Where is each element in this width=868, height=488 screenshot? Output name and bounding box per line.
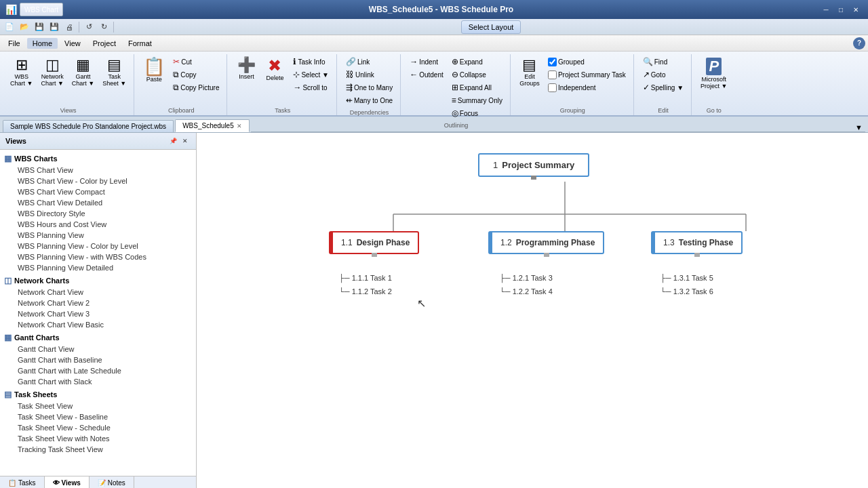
summary-only-ribbon-btn[interactable]: ≡ Summary Only xyxy=(448,94,506,106)
sidebar-item-gantt-baseline[interactable]: Gantt Chart with Baseline xyxy=(0,354,196,365)
independent-checkbox-label[interactable]: Independent xyxy=(545,81,629,94)
indent-ribbon-btn[interactable]: → Indent xyxy=(406,56,447,68)
expand-ribbon-btn[interactable]: ⊕ Expand xyxy=(448,56,506,68)
collapse-ribbon-btn[interactable]: ⊖ Collapse xyxy=(448,68,506,81)
network-chart-ribbon-btn[interactable]: ◫ NetworkChart ▼ xyxy=(37,56,66,89)
sidebar-item-wbs-hours-cost[interactable]: WBS Hours and Cost View xyxy=(0,219,196,230)
focus-ribbon-btn[interactable]: ◎ Focus xyxy=(448,107,506,119)
maximize-button[interactable]: □ xyxy=(834,3,848,16)
sidebar-item-task-sheet-notes[interactable]: Task Sheet View with Notes xyxy=(0,433,196,444)
tab-sample-label: Sample WBS Schedule Pro Standalone Proje… xyxy=(10,123,166,130)
menu-format[interactable]: Format xyxy=(123,38,157,49)
node-project-summary[interactable]: 1 Project Summary xyxy=(478,153,589,177)
wbs-chart-tab[interactable]: WBS Chart xyxy=(20,3,63,16)
menu-home[interactable]: Home xyxy=(27,38,58,49)
node-testing-phase[interactable]: 1.3 Testing Phase xyxy=(651,231,743,254)
sidebar-item-wbs-directory[interactable]: WBS Directory Style xyxy=(0,208,196,219)
independent-checkbox[interactable] xyxy=(548,83,557,92)
prog-num: 1.2 xyxy=(500,238,512,247)
tab-scroll-btn[interactable]: ▼ xyxy=(852,123,865,132)
sidebar-item-task-sheet-view[interactable]: Task Sheet View xyxy=(0,401,196,411)
close-button[interactable]: ✕ xyxy=(849,3,863,16)
insert-ribbon-btn[interactable]: ➕ Insert xyxy=(233,56,260,82)
sidebar-item-wbs-detailed[interactable]: WBS Chart View Detailed xyxy=(0,197,196,208)
toolbar-undo-btn[interactable]: ↺ xyxy=(82,20,96,34)
sidebar-tab-notes[interactable]: 📝 Notes xyxy=(90,476,134,488)
sidebar-item-network-chart-view[interactable]: Network Chart View xyxy=(0,287,196,298)
node-programming-phase[interactable]: 1.2 Programming Phase xyxy=(488,231,604,254)
sidebar-item-task-sheet-schedule[interactable]: Task Sheet View - Schedule xyxy=(0,422,196,433)
toolbar-save2-btn[interactable]: 💾 xyxy=(47,20,61,34)
toolbar-open-btn[interactable]: 📂 xyxy=(18,20,31,34)
project-summary-task-checkbox-label[interactable]: Project Summary Task xyxy=(545,68,629,81)
minimize-button[interactable]: ─ xyxy=(819,3,833,16)
sidebar-tab-tasks[interactable]: 📋 Tasks xyxy=(0,476,45,488)
edit-groups-ribbon-btn[interactable]: ▤ EditGroups xyxy=(516,56,543,89)
delete-ribbon-btn[interactable]: ✖ Delete xyxy=(261,56,288,83)
sidebar-item-wbs-planning-detailed[interactable]: WBS Planning View Detailed xyxy=(0,262,196,273)
scroll-to-ribbon-btn[interactable]: → Scroll to xyxy=(290,81,332,94)
notes-tab-icon: 📝 xyxy=(98,479,106,487)
task-info-ribbon-btn[interactable]: ℹ Task Info xyxy=(290,56,332,68)
toolbar-save1-btn[interactable]: 💾 xyxy=(33,20,46,34)
sidebar-item-wbs-compact[interactable]: WBS Chart View Compact xyxy=(0,186,196,197)
sidebar: Views 📌 ✕ ▦ WBS Charts WBS Chart View WB… xyxy=(0,133,197,488)
sidebar-item-wbs-planning[interactable]: WBS Planning View xyxy=(0,230,196,241)
unlink-ribbon-btn[interactable]: ⛓ Unlink xyxy=(342,68,396,81)
many-to-one-ribbon-btn[interactable]: ⇷ Many to One xyxy=(342,94,396,106)
sidebar-item-tracking-task-sheet[interactable]: Tracking Task Sheet View xyxy=(0,444,196,455)
grouped-checkbox[interactable] xyxy=(548,58,557,66)
tree-group-gantt-charts-header[interactable]: ▦ Gantt Charts xyxy=(0,331,196,344)
ms-project-ribbon-btn[interactable]: P MicrosoftProject ▼ xyxy=(697,56,730,92)
sidebar-item-wbs-planning-color[interactable]: WBS Planning View - Color by Level xyxy=(0,241,196,251)
tree-group-task-sheets-header[interactable]: ▤ Task Sheets xyxy=(0,388,196,401)
sidebar-close-btn[interactable]: ✕ xyxy=(180,136,191,146)
tree-group-network-charts-header[interactable]: ◫ Network Charts xyxy=(0,274,196,287)
views-tab-icon: 👁 xyxy=(53,479,60,487)
task-sheet-ribbon-btn[interactable]: ▤ TaskSheet ▼ xyxy=(99,56,130,89)
copy-ribbon-btn[interactable]: ⧉ Copy xyxy=(170,68,222,81)
select-ribbon-btn[interactable]: ⊹ Select ▼ xyxy=(290,68,332,81)
find-ribbon-btn[interactable]: 🔍 Find xyxy=(639,56,687,68)
toolbar-print-btn[interactable]: 🖨 xyxy=(62,20,76,34)
sidebar-tab-views[interactable]: 👁 Views xyxy=(45,476,90,488)
copy-picture-ribbon-btn[interactable]: ⧉ Copy Picture xyxy=(170,81,222,94)
sidebar-item-gantt-slack[interactable]: Gantt Chart with Slack xyxy=(0,376,196,387)
grouped-checkbox-label[interactable]: Grouped xyxy=(545,56,629,68)
sidebar-item-gantt-late[interactable]: Gantt Chart with Late Schedule xyxy=(0,365,196,376)
menu-project[interactable]: Project xyxy=(87,38,121,49)
tab-wbs5[interactable]: WBS_Schedule5 ✕ xyxy=(175,119,250,132)
sidebar-item-wbs-planning-codes[interactable]: WBS Planning View - with WBS Codes xyxy=(0,251,196,262)
cut-ribbon-btn[interactable]: ✂ Cut xyxy=(170,56,222,68)
spelling-ribbon-btn[interactable]: ✓ Spelling ▼ xyxy=(639,81,687,94)
wbs-chart-ribbon-btn[interactable]: ⊞ WBSChart ▼ xyxy=(7,56,36,89)
sidebar-item-network-chart-basic[interactable]: Network Chart View Basic xyxy=(0,319,196,330)
sidebar-item-task-sheet-baseline[interactable]: Task Sheet View - Baseline xyxy=(0,411,196,422)
select-layout-button[interactable]: Select Layout xyxy=(461,20,521,34)
sidebar-item-wbs-color-by-level[interactable]: WBS Chart View - Color by Level xyxy=(0,176,196,186)
outdent-ribbon-btn[interactable]: ← Outdent xyxy=(406,68,447,81)
canvas[interactable]: 1 Project Summary 1.1 Design Phase 1.2 P… xyxy=(197,133,868,488)
toolbar-new-btn[interactable]: 📄 xyxy=(3,20,16,34)
sidebar-item-wbs-chart-view[interactable]: WBS Chart View xyxy=(0,165,196,176)
tab-sample[interactable]: Sample WBS Schedule Pro Standalone Proje… xyxy=(3,120,174,132)
goto-ribbon-btn[interactable]: ↗ Goto xyxy=(639,68,687,81)
sidebar-item-network-chart-view2[interactable]: Network Chart View 2 xyxy=(0,298,196,308)
gantt-chart-ribbon-btn[interactable]: ▦ GanttChart ▼ xyxy=(68,56,98,89)
sidebar-pin-btn[interactable]: 📌 xyxy=(167,136,178,146)
menu-file[interactable]: File xyxy=(3,38,26,49)
toolbar-redo-btn[interactable]: ↻ xyxy=(97,20,111,34)
select-label: Select ▼ xyxy=(301,71,328,79)
menu-view[interactable]: View xyxy=(59,38,86,49)
tab-wbs5-close[interactable]: ✕ xyxy=(237,123,242,129)
tree-group-wbs-charts-header[interactable]: ▦ WBS Charts xyxy=(0,152,196,165)
expand-all-ribbon-btn[interactable]: ⊞ Expand All xyxy=(448,81,506,94)
link-ribbon-btn[interactable]: 🔗 Link xyxy=(342,56,396,68)
one-to-many-ribbon-btn[interactable]: ⇶ One to Many xyxy=(342,81,396,94)
sidebar-item-gantt-chart-view[interactable]: Gantt Chart View xyxy=(0,344,196,354)
project-summary-task-checkbox[interactable] xyxy=(548,70,557,79)
sidebar-item-network-chart-view3[interactable]: Network Chart View 3 xyxy=(0,308,196,319)
node-design-phase[interactable]: 1.1 Design Phase xyxy=(329,231,419,254)
help-icon[interactable]: ? xyxy=(853,37,865,49)
paste-ribbon-btn[interactable]: 📋 Paste xyxy=(140,56,168,85)
